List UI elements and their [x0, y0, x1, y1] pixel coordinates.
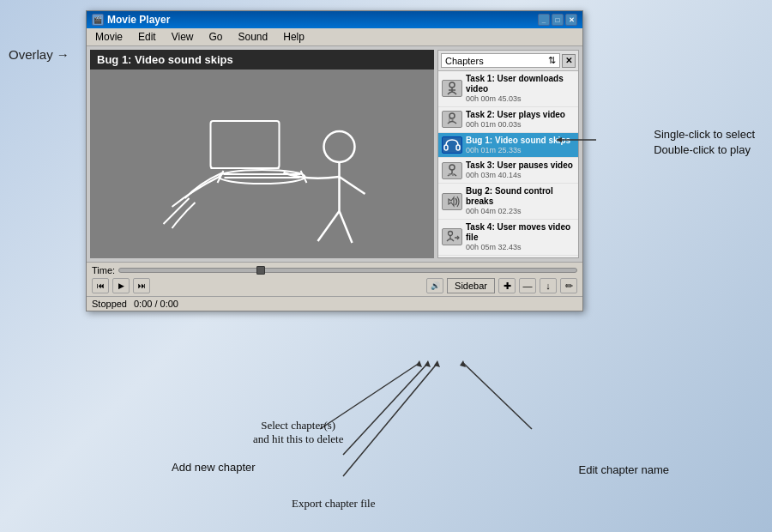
single-click-annotation: Single-click to select Double-click to p… [654, 127, 755, 158]
svg-point-19 [449, 165, 455, 170]
add-chapter-annotation: Add new chapter [172, 461, 256, 474]
menu-go[interactable]: Go [206, 30, 226, 44]
maximize-button[interactable]: □ [552, 14, 564, 26]
chapter-item[interactable]: Task 1: User downloads video 00h 00m 45.… [438, 71, 578, 107]
playback-row: ⏮ ▶ ⏭ 🔊 Sidebar ✚ — ↓ ✏ [92, 278, 577, 293]
sidebar-close-button[interactable]: ✕ [562, 54, 576, 68]
sidebar-header: Chapters ⇅ ✕ [438, 51, 578, 71]
svg-rect-18 [456, 145, 460, 150]
controls-area: Time: ⏮ ▶ ⏭ 🔊 Sidebar ✚ — ↓ ✏ [87, 262, 582, 296]
svg-line-11 [340, 211, 353, 243]
svg-rect-0 [211, 121, 280, 168]
svg-line-9 [340, 177, 365, 194]
add-chapter-button[interactable]: ✚ [498, 278, 516, 293]
svg-line-35 [463, 363, 532, 429]
chapter-icon-play [442, 111, 462, 128]
chapter-item[interactable]: Task 4: User moves video file 00h 05m 32… [438, 220, 578, 256]
time-thumb [256, 266, 265, 275]
chapter-icon-pause [442, 162, 462, 179]
video-screen [90, 70, 434, 258]
sidebar-toggle-button[interactable]: Sidebar [447, 278, 495, 293]
svg-line-33 [343, 363, 437, 476]
chapter-list: Task 1: User downloads video 00h 00m 45.… [438, 71, 578, 257]
chapter-name: Task 3: User pauses video [466, 160, 573, 171]
chapter-icon-sound-bug [442, 193, 462, 210]
svg-point-12 [449, 82, 455, 88]
delete-chapter-annotation: Select chapter(s) and hit this to delete [253, 419, 343, 446]
sidebar-panel: Chapters ⇅ ✕ [437, 50, 579, 258]
chapter-name: Task 4: User moves video file [466, 222, 575, 243]
single-click-text: Single-click to select [654, 128, 755, 141]
chapter-icon-bug [442, 136, 462, 154]
titlebar-buttons: _ □ ✕ [538, 14, 577, 26]
chapter-text: Bug 2: Sound control breaks 00h 04m 02.2… [466, 186, 575, 216]
chapter-name: Task 2: User plays video [466, 110, 565, 120]
app-icon: 🎬 [92, 14, 104, 26]
time-label: Time: [92, 265, 115, 275]
chapter-item[interactable]: Task 2: User plays video 00h 01m 00.03s [438, 107, 578, 133]
svg-marker-30 [416, 360, 422, 367]
menubar: Movie Edit View Go Sound Help [87, 28, 582, 46]
video-panel: Bug 1: Video sound skips [90, 50, 434, 258]
double-click-text: Double-click to play [654, 143, 751, 156]
menu-movie[interactable]: Movie [92, 30, 126, 44]
chapters-dropdown[interactable]: Chapters ⇅ [441, 53, 560, 68]
menu-edit[interactable]: Edit [135, 30, 160, 44]
svg-marker-34 [434, 360, 440, 367]
chapter-icon-move [442, 228, 462, 245]
chapters-label: Chapters [445, 56, 484, 66]
menu-sound[interactable]: Sound [235, 30, 272, 44]
svg-point-23 [449, 232, 453, 236]
content-area: Bug 1: Video sound skips [87, 46, 582, 262]
chapter-time: 00h 03m 40.14s [466, 171, 573, 180]
chapter-text: Task 4: User moves video file 00h 05m 32… [466, 222, 575, 252]
time-slider[interactable] [118, 268, 577, 273]
edit-chapter-annotation: Edit chapter name [578, 463, 669, 476]
play-button[interactable]: ▶ [112, 278, 130, 293]
delete-chapter-button[interactable]: — [519, 278, 536, 293]
export-chapter-annotation: Export chapter file [292, 497, 375, 511]
window-title: Movie Player [107, 14, 170, 26]
svg-rect-17 [444, 145, 448, 150]
video-sketch-svg [90, 70, 434, 258]
main-window: 🎬 Movie Player _ □ ✕ Movie Edit View Go … [86, 10, 583, 311]
chapter-name: Bug 2: Sound control breaks [466, 186, 575, 207]
svg-marker-32 [425, 360, 431, 367]
chapter-time: 00h 05m 32.43s [466, 243, 575, 252]
chapter-time: 00h 04m 02.23s [466, 207, 575, 216]
status-bar: Stopped 0:00 / 0:00 [87, 296, 582, 311]
titlebar: 🎬 Movie Player _ □ ✕ [87, 11, 582, 28]
chapter-time: 00h 01m 25.33s [466, 146, 570, 155]
menu-help[interactable]: Help [280, 30, 308, 44]
chapter-item-selected[interactable]: Bug 1: Video sound skips 00h 01m 25.33s [438, 133, 578, 159]
chapter-time: 00h 01m 00.03s [466, 120, 565, 130]
svg-point-7 [324, 131, 355, 162]
chapter-item[interactable]: Task 3: User pauses video 00h 03m 40.14s [438, 158, 578, 184]
titlebar-left: 🎬 Movie Player [92, 14, 170, 26]
volume-button[interactable]: 🔊 [426, 278, 443, 293]
menu-view[interactable]: View [168, 30, 197, 44]
chapter-name: Task 1: User downloads video [466, 74, 575, 94]
playback-status: Stopped [92, 299, 127, 309]
svg-line-10 [318, 211, 340, 241]
chapter-text: Task 3: User pauses video 00h 03m 40.14s [466, 160, 573, 180]
export-chapter-button[interactable]: ↓ [540, 278, 557, 293]
overlay-annotation: Overlay → [9, 47, 69, 62]
edit-chapter-button[interactable]: ✏ [560, 278, 577, 293]
svg-point-15 [449, 113, 455, 118]
chapter-text: Bug 1: Video sound skips 00h 01m 25.33s [466, 136, 570, 155]
skip-back-button[interactable]: ⏮ [92, 278, 109, 293]
chapter-text: Task 2: User plays video 00h 01m 00.03s [466, 110, 565, 130]
svg-line-31 [343, 363, 428, 455]
time-position: 0:00 / 0:00 [134, 299, 178, 309]
chapter-icon-person [442, 80, 462, 97]
chapter-item[interactable]: Bug 2: Sound control breaks 00h 04m 02.2… [438, 184, 578, 220]
minimize-button[interactable]: _ [538, 14, 550, 26]
dropdown-arrow-icon: ⇅ [548, 55, 556, 66]
svg-marker-36 [460, 360, 466, 367]
time-slider-row: Time: [92, 265, 577, 275]
skip-forward-button[interactable]: ⏭ [133, 278, 150, 293]
close-button[interactable]: ✕ [565, 14, 577, 26]
chapter-name: Bug 1: Video sound skips [466, 136, 570, 146]
video-title: Bug 1: Video sound skips [90, 50, 434, 70]
